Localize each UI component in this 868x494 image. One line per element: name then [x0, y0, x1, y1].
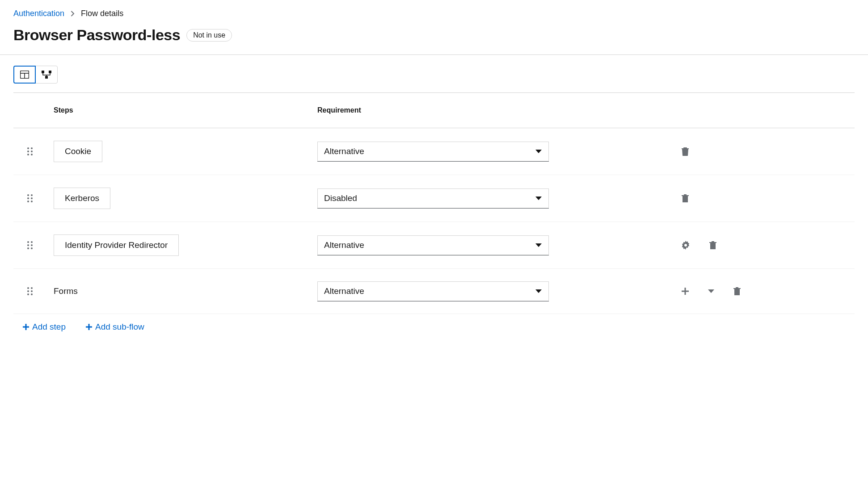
- svg-rect-31: [710, 243, 716, 249]
- column-requirement: Requirement: [317, 106, 657, 114]
- caret-down-icon: [708, 289, 714, 293]
- svg-point-20: [31, 201, 33, 202]
- requirement-select[interactable]: Alternative: [317, 281, 549, 301]
- svg-point-19: [27, 201, 29, 202]
- table-row: Cookie Alternative: [13, 128, 855, 175]
- svg-rect-21: [683, 196, 688, 202]
- column-steps: Steps: [54, 106, 317, 114]
- add-step-label: Add step: [32, 322, 66, 332]
- svg-point-27: [31, 244, 33, 246]
- plus-icon: [681, 287, 689, 295]
- requirement-select[interactable]: Alternative: [317, 235, 549, 255]
- svg-point-36: [27, 290, 29, 292]
- svg-rect-33: [709, 242, 716, 243]
- page-title: Browser Password-less: [13, 26, 180, 44]
- requirement-select[interactable]: Disabled: [317, 188, 549, 208]
- diagram-icon: [42, 71, 51, 79]
- breadcrumb-parent-link[interactable]: Authentication: [13, 9, 64, 18]
- svg-point-16: [31, 194, 33, 196]
- svg-point-30: [684, 244, 687, 247]
- add-button[interactable]: [679, 285, 691, 297]
- add-subflow-button[interactable]: Add sub-flow: [85, 322, 144, 332]
- svg-point-11: [31, 154, 33, 155]
- svg-rect-12: [683, 149, 688, 155]
- delete-button[interactable]: [731, 285, 743, 297]
- svg-point-37: [31, 290, 33, 292]
- trash-icon: [733, 287, 741, 296]
- drag-handle-icon[interactable]: [27, 241, 54, 250]
- svg-point-9: [31, 151, 33, 152]
- requirement-value: Alternative: [317, 235, 549, 255]
- caret-down-icon: [535, 150, 542, 153]
- view-diagram-button[interactable]: [35, 66, 58, 84]
- svg-rect-5: [45, 76, 48, 79]
- table-header: Steps Requirement: [13, 93, 855, 128]
- delete-button[interactable]: [679, 192, 691, 205]
- svg-point-6: [27, 147, 29, 149]
- requirement-value: Alternative: [317, 281, 549, 301]
- svg-rect-23: [682, 195, 689, 196]
- requirement-value: Alternative: [317, 142, 549, 161]
- status-badge: Not in use: [186, 29, 232, 42]
- view-toggle: [13, 66, 58, 84]
- caret-down-icon: [535, 243, 542, 247]
- chevron-right-icon: [71, 11, 75, 17]
- table-row: Forms Alternative: [13, 269, 855, 314]
- svg-rect-40: [734, 289, 740, 295]
- svg-point-7: [31, 147, 33, 149]
- table-icon: [20, 71, 29, 79]
- svg-point-15: [27, 194, 29, 196]
- svg-rect-14: [682, 148, 689, 149]
- table-row: Identity Provider Redirector Alternative: [13, 222, 855, 269]
- table-row: Kerberos Disabled: [13, 175, 855, 222]
- svg-point-38: [27, 293, 29, 295]
- requirement-select[interactable]: Alternative: [317, 142, 549, 161]
- svg-point-26: [27, 244, 29, 246]
- svg-rect-3: [42, 71, 44, 73]
- trash-icon: [681, 147, 689, 156]
- svg-point-39: [31, 293, 33, 295]
- svg-point-8: [27, 151, 29, 152]
- svg-rect-4: [49, 71, 51, 73]
- svg-point-29: [31, 247, 33, 249]
- add-subflow-label: Add sub-flow: [95, 322, 144, 332]
- step-label: Cookie: [54, 141, 102, 162]
- breadcrumb-current: Flow details: [81, 9, 123, 18]
- svg-point-17: [27, 197, 29, 199]
- svg-point-34: [27, 287, 29, 289]
- breadcrumb: Authentication Flow details: [13, 9, 855, 18]
- delete-button[interactable]: [679, 145, 691, 158]
- drag-handle-icon[interactable]: [27, 147, 54, 156]
- dropdown-button[interactable]: [706, 288, 716, 295]
- svg-point-28: [27, 247, 29, 249]
- svg-point-18: [31, 197, 33, 199]
- caret-down-icon: [535, 197, 542, 200]
- svg-point-24: [27, 241, 29, 243]
- svg-rect-42: [733, 288, 741, 289]
- add-step-button[interactable]: Add step: [22, 322, 66, 332]
- view-table-button[interactable]: [13, 66, 36, 84]
- trash-icon: [709, 241, 717, 250]
- plus-icon: [85, 323, 93, 331]
- drag-handle-icon[interactable]: [27, 287, 54, 296]
- requirement-value: Disabled: [317, 188, 549, 208]
- caret-down-icon: [535, 289, 542, 293]
- svg-point-35: [31, 287, 33, 289]
- gear-icon: [681, 241, 690, 250]
- svg-point-25: [31, 241, 33, 243]
- delete-button[interactable]: [707, 239, 719, 251]
- trash-icon: [681, 194, 689, 203]
- plus-icon: [22, 323, 29, 331]
- step-label: Kerberos: [54, 188, 110, 209]
- settings-button[interactable]: [679, 239, 692, 251]
- svg-point-10: [27, 154, 29, 155]
- step-label: Forms: [54, 286, 78, 296]
- step-label: Identity Provider Redirector: [54, 234, 179, 256]
- drag-handle-icon[interactable]: [27, 194, 54, 203]
